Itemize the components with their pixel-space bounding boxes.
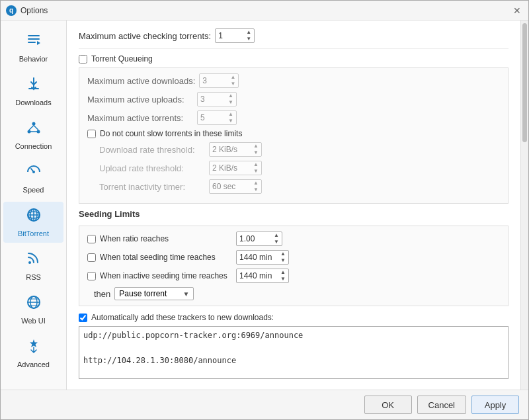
max-downloads-down[interactable]: ▼ (230, 81, 235, 87)
total-seeding-down[interactable]: ▼ (280, 257, 286, 264)
inactive-seeding-up[interactable]: ▲ (280, 269, 286, 276)
total-seeding-checkbox[interactable] (87, 253, 96, 262)
sidebar-item-speed[interactable]: Speed (3, 158, 63, 199)
torrent-queueing-checkbox[interactable] (79, 55, 87, 63)
close-button[interactable]: ✕ (511, 5, 523, 17)
inactive-seeding-label: When inactive seeding time reaches (100, 271, 232, 280)
sidebar-label-advanced: Advanced (17, 360, 50, 368)
speed-icon (26, 163, 42, 183)
titlebar: q Options ✕ (1, 1, 528, 21)
download-threshold-down[interactable]: ▼ (253, 149, 259, 156)
download-threshold-label: Download rate threshold: (99, 145, 205, 155)
queueing-settings: Maximum active downloads: 3 ▲ ▼ Maximum … (79, 67, 509, 204)
sidebar-item-webui[interactable]: Web UI (3, 289, 63, 330)
total-seeding-up[interactable]: ▲ (280, 251, 286, 257)
total-seeding-row: When total seeding time reaches 1440 min… (87, 250, 500, 265)
downloads-icon (26, 76, 42, 96)
scrollbar-track[interactable] (520, 21, 528, 390)
inactive-seeding-down[interactable]: ▼ (280, 276, 286, 282)
apply-button[interactable]: Apply (471, 396, 519, 414)
options-window: q Options ✕ Behavior (0, 0, 529, 420)
dropdown-arrow-icon: ▼ (183, 290, 189, 298)
window-title: Options (20, 6, 48, 15)
ratio-checkbox[interactable] (87, 235, 96, 243)
ratio-down[interactable]: ▼ (274, 239, 279, 245)
upload-threshold-up[interactable]: ▲ (253, 161, 259, 168)
sidebar-item-rss[interactable]: RSS (3, 245, 63, 286)
inactivity-timer-value: 60 sec (212, 182, 235, 191)
action-dropdown[interactable]: Pause torrent ▼ (114, 287, 194, 300)
trackers-textarea[interactable] (79, 326, 509, 379)
sidebar-label-speed: Speed (23, 186, 44, 194)
max-uploads-spinbox[interactable]: 3 ▲ ▼ (197, 92, 237, 106)
download-threshold-value: 2 KiB/s (212, 145, 237, 154)
svg-point-10 (32, 171, 35, 173)
inactive-seeding-spinbox[interactable]: 1440 min ▲ ▼ (236, 269, 289, 283)
max-checking-label: Maximum active checking torrents: (79, 31, 211, 41)
inactivity-timer-label: Torrent inactivity timer: (99, 182, 205, 192)
sidebar-label-connection: Connection (15, 142, 52, 150)
total-seeding-value: 1440 min (239, 253, 272, 262)
svg-marker-3 (37, 41, 40, 45)
max-downloads-label: Maximum active downloads: (87, 76, 195, 86)
max-uploads-value: 3 (200, 95, 205, 104)
upload-threshold-down[interactable]: ▼ (253, 168, 259, 175)
max-torrents-row: Maximum active torrents: 5 ▲ ▼ (87, 110, 500, 125)
ratio-spinbox[interactable]: 1.00 ▲ ▼ (236, 231, 282, 246)
seeding-limits-box: When ratio reaches 1.00 ▲ ▼ When total s… (79, 226, 509, 306)
max-downloads-spinbox[interactable]: 3 ▲ ▼ (199, 73, 239, 88)
inactivity-timer-spinbox[interactable]: 60 sec ▲ ▼ (209, 179, 262, 194)
max-torrents-value: 5 (200, 113, 205, 122)
max-torrents-spinbox[interactable]: 5 ▲ ▼ (197, 110, 237, 125)
total-seeding-label: When total seeding time reaches (100, 253, 232, 262)
content-area: Behavior Downloads (1, 21, 528, 390)
inactive-seeding-row: When inactive seeding time reaches 1440 … (87, 269, 500, 283)
max-checking-down[interactable]: ▼ (246, 36, 251, 42)
sidebar-label-rss: RSS (26, 273, 41, 281)
download-threshold-row: Download rate threshold: 2 KiB/s ▲ ▼ (87, 142, 500, 157)
sidebar-item-behavior[interactable]: Behavior (3, 27, 63, 68)
upload-threshold-row: Upload rate threshold: 2 KiB/s ▲ ▼ (87, 161, 500, 175)
titlebar-left: q Options (6, 5, 48, 16)
slow-torrents-checkbox[interactable] (87, 130, 96, 138)
inactivity-timer-down[interactable]: ▼ (253, 187, 259, 193)
app-logo: q (6, 5, 17, 16)
max-checking-up[interactable]: ▲ (246, 29, 251, 36)
max-torrents-label: Maximum active torrents: (87, 113, 193, 123)
ok-button[interactable]: OK (364, 396, 412, 414)
max-torrents-down[interactable]: ▼ (228, 118, 233, 124)
sidebar-item-bittorrent[interactable]: BitTorrent (3, 202, 63, 243)
auto-trackers-checkbox[interactable] (79, 314, 87, 322)
max-checking-spinbox[interactable]: 1 ▲ ▼ (215, 28, 255, 43)
webui-icon (26, 294, 42, 314)
footer: OK Cancel Apply (1, 390, 528, 419)
advanced-icon (26, 338, 42, 358)
ratio-value: 1.00 (239, 234, 255, 243)
bittorrent-icon (26, 207, 42, 227)
main-panel: Maximum active checking torrents: 1 ▲ ▼ … (67, 21, 520, 390)
max-downloads-up[interactable]: ▲ (230, 74, 235, 81)
sidebar-item-downloads[interactable]: Downloads (3, 71, 63, 112)
download-threshold-up[interactable]: ▲ (253, 143, 259, 149)
max-checking-arrows: ▲ ▼ (246, 29, 251, 42)
sidebar-label-downloads: Downloads (15, 99, 51, 106)
sidebar-item-connection[interactable]: Connection (3, 114, 63, 155)
max-torrents-up[interactable]: ▲ (228, 111, 233, 118)
inactive-seeding-checkbox[interactable] (87, 272, 96, 280)
total-seeding-spinbox[interactable]: 1440 min ▲ ▼ (236, 250, 289, 265)
torrent-queueing-row: Torrent Queueing (79, 54, 509, 63)
max-uploads-up[interactable]: ▲ (228, 93, 233, 99)
ratio-up[interactable]: ▲ (274, 232, 279, 239)
download-threshold-spinbox[interactable]: 2 KiB/s ▲ ▼ (209, 142, 262, 157)
cancel-button[interactable]: Cancel (417, 396, 466, 414)
sidebar-label-behavior: Behavior (19, 55, 48, 63)
then-label: then (94, 289, 110, 299)
sidebar-item-advanced[interactable]: Advanced (3, 333, 63, 374)
inactivity-timer-up[interactable]: ▲ (253, 180, 259, 187)
upload-threshold-spinbox[interactable]: 2 KiB/s ▲ ▼ (209, 161, 262, 175)
max-uploads-label: Maximum active uploads: (87, 95, 193, 105)
upload-threshold-label: Upload rate threshold: (99, 163, 205, 173)
scrollbar-thumb[interactable] (522, 23, 527, 142)
svg-point-4 (32, 122, 35, 126)
max-uploads-down[interactable]: ▼ (228, 99, 233, 106)
